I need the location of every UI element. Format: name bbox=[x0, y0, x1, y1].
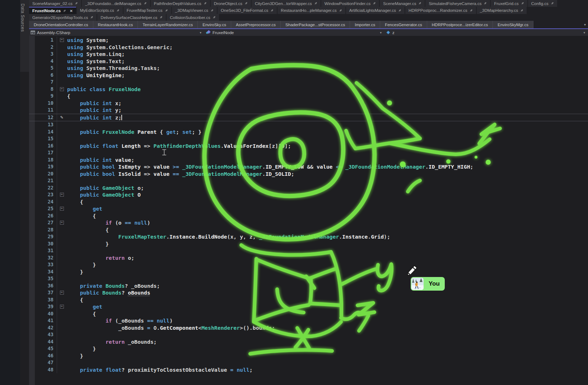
tab-SceneManager.cs[interactable]: SceneManager.cs bbox=[380, 0, 425, 7]
pin-icon[interactable] bbox=[213, 16, 216, 19]
code-line-23[interactable]: 23− public GameObject O bbox=[29, 191, 588, 198]
pin-icon[interactable] bbox=[90, 16, 93, 19]
code-line-7[interactable]: 7 bbox=[29, 79, 588, 86]
tab-EnviroSkyMgr.cs[interactable]: EnviroSkyMgr.cs bbox=[493, 21, 533, 28]
tab-SimulatedFisheyeCamera.cs[interactable]: SimulatedFisheyeCamera.cs bbox=[425, 0, 490, 7]
pin-icon[interactable] bbox=[418, 2, 421, 5]
pin-icon[interactable] bbox=[244, 2, 248, 5]
code-line-32[interactable]: 32 return o; bbox=[29, 254, 588, 262]
code-line-48[interactable]: 48 private float? proximityToClosestObst… bbox=[29, 366, 588, 374]
code-line-29[interactable]: 29 FruxelMapTester.Instance.BuildNode(x,… bbox=[29, 233, 588, 240]
pin-icon[interactable] bbox=[520, 9, 523, 12]
code-line-34[interactable]: 34 } bbox=[29, 268, 588, 276]
tab-Importer.cs[interactable]: Importer.cs bbox=[350, 21, 380, 28]
code-line-11[interactable]: 11 public int y; bbox=[29, 107, 588, 114]
tab-Generator2ExportMapTools.cs[interactable]: Generator2ExportMapTools.cs bbox=[29, 14, 97, 21]
fold-collapse-icon[interactable]: − bbox=[57, 205, 66, 212]
tab-AssetPreprocessor.cs[interactable]: AssetPreprocessor.cs bbox=[231, 21, 281, 28]
code-line-24[interactable]: 24 { bbox=[29, 198, 588, 206]
code-line-42[interactable]: 42 _oBounds = O.GetComponent<MeshRendere… bbox=[29, 324, 588, 332]
code-line-38[interactable]: 38 { bbox=[29, 296, 588, 304]
code-line-45[interactable]: 45 } bbox=[29, 345, 588, 352]
tab-_3DMapViewer.cs[interactable]: _3DMapViewer.cs bbox=[172, 7, 217, 14]
code-line-25[interactable]: 25− get bbox=[29, 205, 588, 212]
close-icon[interactable]: ✕ bbox=[70, 9, 73, 13]
code-line-35[interactable]: 35 bbox=[29, 275, 588, 282]
tab-MyEditorScripts.cs[interactable]: MyEditorScripts.cs bbox=[77, 7, 123, 14]
tab-_3DFoundatio...delManager.cs[interactable]: _3DFoundatio...delManager.cs bbox=[82, 0, 150, 7]
code-line-21[interactable]: 21 bbox=[29, 177, 588, 184]
tab-FruxelGrid.cs[interactable]: FruxelGrid.cs bbox=[491, 0, 527, 7]
code-line-47[interactable]: 47 bbox=[29, 359, 588, 366]
tab-_3DMapHierarchy.cs[interactable]: _3DMapHierarchy.cs bbox=[477, 7, 527, 14]
code-line-26[interactable]: 26 { bbox=[29, 212, 588, 220]
pin-icon[interactable] bbox=[75, 2, 78, 5]
member-dropdown[interactable]: z ▾ bbox=[384, 29, 588, 36]
code-line-20[interactable]: 20 public bool IsSolid => value == _3DFo… bbox=[29, 170, 588, 178]
code-line-4[interactable]: 4using System.Text; bbox=[29, 58, 588, 65]
code-line-18[interactable]: 18 public int value; bbox=[29, 156, 588, 164]
pin-icon[interactable] bbox=[373, 2, 376, 5]
code-line-8[interactable]: 8−public class FruxelNode bbox=[29, 86, 588, 93]
tab-Config.cs[interactable]: Config.cs bbox=[528, 0, 557, 7]
code-line-31[interactable]: 31 bbox=[29, 247, 588, 254]
pin-icon[interactable] bbox=[63, 9, 66, 13]
pin-icon[interactable] bbox=[204, 2, 207, 5]
code-line-10[interactable]: 10 public int x; bbox=[29, 100, 588, 107]
chevron-down-icon[interactable]: ▾ bbox=[583, 31, 585, 34]
code-line-12[interactable]: 12✎ public int z; bbox=[29, 114, 588, 122]
tab-FruxelMapTester.cs[interactable]: FruxelMapTester.cs bbox=[123, 7, 171, 14]
code-line-22[interactable]: 22 public GameObject o; bbox=[29, 184, 588, 192]
chevron-down-icon[interactable]: ▾ bbox=[200, 31, 201, 34]
code-line-30[interactable]: 30 } bbox=[29, 240, 588, 248]
code-editor[interactable]: 1−using System;2using System.Collections… bbox=[29, 36, 588, 385]
code-line-46[interactable]: 46 } bbox=[29, 352, 588, 360]
fold-collapse-icon[interactable]: − bbox=[57, 86, 66, 93]
code-line-15[interactable]: 15 bbox=[29, 135, 588, 142]
tab-FencesGenerator.cs[interactable]: FencesGenerator.cs bbox=[380, 21, 427, 28]
pin-icon[interactable] bbox=[314, 2, 317, 5]
chevron-down-icon[interactable]: ▾ bbox=[380, 31, 382, 34]
tab-DroneOrientationController.cs[interactable]: DroneOrientationController.cs bbox=[29, 21, 93, 28]
code-line-19[interactable]: 19 public bool IsEmpty => value >= _3DFo… bbox=[29, 163, 588, 170]
type-dropdown[interactable]: FruxelNode ▾ bbox=[204, 29, 384, 36]
tab-ShaderPackage...stProcessor.cs[interactable]: ShaderPackage...stProcessor.cs bbox=[281, 21, 350, 28]
fold-collapse-icon[interactable]: − bbox=[57, 289, 66, 296]
pin-icon[interactable] bbox=[521, 2, 524, 5]
tab-WindowPositionFinder.cs[interactable]: WindowPositionFinder.cs bbox=[321, 0, 379, 7]
tab-SceneManager_02.cs[interactable]: SceneManager_02.cs bbox=[29, 0, 81, 7]
code-line-16[interactable]: 16 public float Length => PathfinderDept… bbox=[29, 142, 588, 150]
code-line-17[interactable]: 17 bbox=[29, 149, 588, 156]
pin-icon[interactable] bbox=[339, 9, 342, 12]
tab-OneSec3D_FileFormat.cs[interactable]: OneSec3D_FileFormat.cs bbox=[218, 7, 277, 14]
code-line-6[interactable]: 6using UnityEngine; bbox=[29, 72, 588, 79]
code-line-44[interactable]: 44 return _oBounds; bbox=[29, 338, 588, 346]
pin-icon[interactable] bbox=[144, 2, 147, 5]
code-line-43[interactable]: 43 bbox=[29, 331, 588, 338]
tab-RestaurantHo...pleManager.cs[interactable]: RestaurantHo...pleManager.cs bbox=[277, 7, 345, 14]
code-line-40[interactable]: 40 { bbox=[29, 310, 588, 318]
project-dropdown[interactable]: Assembly-CSharp ▾ bbox=[29, 29, 204, 36]
tab-EnviroSky.cs[interactable]: EnviroSky.cs bbox=[198, 21, 231, 28]
code-line-33[interactable]: 33 } bbox=[29, 261, 588, 268]
data-sources-vertical-tab[interactable]: Data Sources bbox=[20, 0, 29, 72]
code-line-1[interactable]: 1−using System; bbox=[29, 37, 588, 44]
tab-DroneObject.cs[interactable]: DroneObject.cs bbox=[211, 0, 251, 7]
fold-collapse-icon[interactable]: − bbox=[57, 303, 66, 310]
code-line-37[interactable]: 37− public Bounds? oBounds bbox=[29, 289, 588, 296]
code-line-28[interactable]: 28 { bbox=[29, 226, 588, 234]
tab-PathfinderDepthValues.cs[interactable]: PathfinderDepthValues.cs bbox=[151, 0, 210, 7]
code-line-9[interactable]: 9{ bbox=[29, 93, 588, 100]
code-line-14[interactable]: 14 public FruxelNode Parent { get; set; … bbox=[29, 128, 588, 136]
pin-icon[interactable] bbox=[116, 9, 120, 12]
tab-HDRPPostproc...Randomizer.cs[interactable]: HDRPPostproc...Randomizer.cs bbox=[405, 7, 476, 14]
code-line-27[interactable]: 27− if (o == null) bbox=[29, 219, 588, 226]
code-line-3[interactable]: 3using System.Linq; bbox=[29, 51, 588, 58]
tab-TerrainLayerRandomizer.cs[interactable]: TerrainLayerRandomizer.cs bbox=[138, 21, 198, 28]
pin-icon[interactable] bbox=[470, 9, 473, 12]
fold-collapse-icon[interactable]: − bbox=[57, 219, 66, 226]
pin-icon[interactable] bbox=[551, 2, 554, 5]
pin-icon[interactable] bbox=[159, 16, 163, 19]
code-line-2[interactable]: 2using System.Collections.Generic; bbox=[29, 44, 588, 51]
pin-icon[interactable] bbox=[210, 9, 214, 12]
